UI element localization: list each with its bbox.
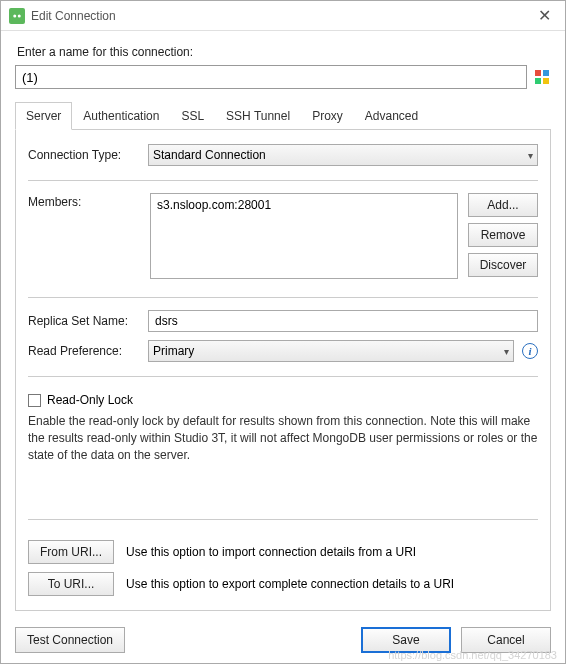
test-connection-button[interactable]: Test Connection [15, 627, 125, 653]
connection-name-input[interactable] [15, 65, 527, 89]
members-listbox[interactable]: s3.nsloop.com:28001 [150, 193, 458, 279]
list-item[interactable]: s3.nsloop.com:28001 [157, 198, 451, 212]
remove-member-button[interactable]: Remove [468, 223, 538, 247]
read-preference-value: Primary [153, 344, 194, 358]
tab-server[interactable]: Server [15, 102, 72, 130]
svg-point-2 [18, 14, 21, 17]
discover-button[interactable]: Discover [468, 253, 538, 277]
connection-name-prompt: Enter a name for this connection: [17, 45, 551, 59]
connection-type-label: Connection Type: [28, 148, 140, 162]
members-label: Members: [28, 193, 140, 279]
tab-ssl[interactable]: SSL [170, 102, 215, 130]
connection-type-select[interactable]: Standard Connection ▾ [148, 144, 538, 166]
tab-panel-server: Connection Type: Standard Connection ▾ M… [15, 130, 551, 611]
cancel-button[interactable]: Cancel [461, 627, 551, 653]
from-uri-description: Use this option to import connection det… [126, 545, 416, 559]
tab-proxy[interactable]: Proxy [301, 102, 354, 130]
app-icon [9, 8, 25, 24]
read-only-lock-label: Read-Only Lock [47, 393, 133, 407]
svg-rect-6 [543, 78, 549, 84]
chevron-down-icon: ▾ [528, 150, 533, 161]
title-bar: Edit Connection ✕ [1, 1, 565, 31]
read-only-lock-description: Enable the read-only lock by default for… [28, 413, 538, 463]
svg-rect-3 [535, 70, 541, 76]
connection-type-value: Standard Connection [153, 148, 266, 162]
replica-set-input[interactable] [148, 310, 538, 332]
replica-set-label: Replica Set Name: [28, 314, 140, 328]
dialog-footer: Test Connection Save Cancel [1, 621, 565, 663]
divider [28, 376, 538, 377]
color-picker-icon[interactable] [533, 68, 551, 86]
chevron-down-icon: ▾ [504, 346, 509, 357]
save-button[interactable]: Save [361, 627, 451, 653]
to-uri-button[interactable]: To URI... [28, 572, 114, 596]
read-preference-label: Read Preference: [28, 344, 140, 358]
svg-rect-5 [535, 78, 541, 84]
svg-rect-4 [543, 70, 549, 76]
to-uri-description: Use this option to export complete conne… [126, 577, 454, 591]
add-member-button[interactable]: Add... [468, 193, 538, 217]
info-icon[interactable]: i [522, 343, 538, 359]
edit-connection-dialog: Edit Connection ✕ Enter a name for this … [0, 0, 566, 664]
divider [28, 297, 538, 298]
from-uri-button[interactable]: From URI... [28, 540, 114, 564]
read-only-lock-checkbox[interactable] [28, 394, 41, 407]
tab-authentication[interactable]: Authentication [72, 102, 170, 130]
window-title: Edit Connection [31, 9, 532, 23]
read-preference-select[interactable]: Primary ▾ [148, 340, 514, 362]
divider [28, 180, 538, 181]
close-icon[interactable]: ✕ [532, 6, 557, 25]
divider [28, 519, 538, 520]
tab-advanced[interactable]: Advanced [354, 102, 429, 130]
tab-bar: Server Authentication SSL SSH Tunnel Pro… [15, 101, 551, 130]
dialog-content: Enter a name for this connection: Server… [1, 31, 565, 621]
tab-ssh-tunnel[interactable]: SSH Tunnel [215, 102, 301, 130]
svg-point-1 [13, 14, 16, 17]
